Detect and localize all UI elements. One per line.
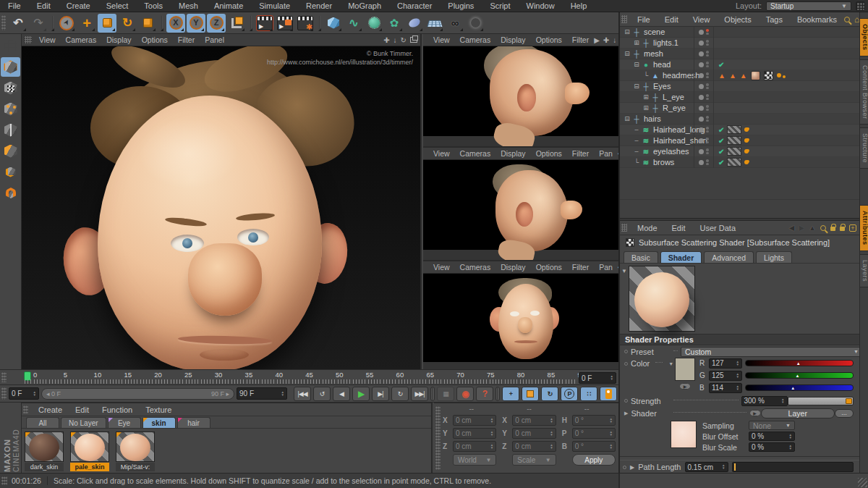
search-icon[interactable] — [820, 225, 826, 231]
viewport-menu-item[interactable]: Options — [531, 261, 567, 274]
viewport-canvas[interactable] — [423, 274, 618, 372]
tool-lock-y[interactable]: Y — [187, 14, 205, 33]
transport-key-position[interactable]: + — [502, 387, 519, 401]
menu-item[interactable]: File — [0, 0, 29, 12]
channel-value-field[interactable]: 125▲▼ — [709, 371, 742, 381]
visibility-toggles[interactable] — [694, 49, 714, 59]
visibility-toggles[interactable] — [694, 59, 714, 70]
tool-render-settings[interactable] — [296, 14, 315, 33]
expander-icon[interactable]: └ — [632, 159, 641, 166]
material-Mip/Sat-v:[interactable]: Mip/Sat-v: — [116, 432, 155, 471]
layer-tab-eye[interactable]: Eye — [108, 417, 141, 428]
panel-grip[interactable] — [1, 476, 7, 485]
menu-item[interactable]: Edit — [29, 0, 59, 12]
menu-item[interactable]: Mesh — [171, 0, 206, 12]
expander-icon[interactable]: ⊟ — [623, 28, 631, 35]
visibility-toggles[interactable] — [694, 38, 714, 49]
mode-edge[interactable] — [1, 120, 20, 140]
visibility-toggles[interactable] — [694, 114, 714, 125]
pan-icon[interactable]: ✚ — [383, 36, 389, 44]
tool-redo[interactable] — [29, 14, 48, 33]
object-row[interactable]: – Hairhead_short ✔ — [620, 135, 859, 146]
visibility-toggles[interactable] — [694, 125, 714, 135]
tool-scale-last[interactable] — [138, 14, 157, 33]
expand-icon[interactable]: ▶ — [630, 464, 634, 471]
menu-item[interactable]: Character — [389, 0, 440, 12]
object-row[interactable]: ⊟ scene — [620, 27, 859, 38]
expander-icon[interactable]: ⊟ — [632, 83, 641, 90]
object-tags[interactable] — [718, 49, 859, 59]
collapse-icon[interactable]: ▼ — [621, 268, 627, 274]
snap-magnet[interactable] — [1, 183, 20, 203]
visibility-toggles[interactable] — [694, 103, 714, 114]
interface-icon[interactable] — [856, 1, 865, 11]
transport-play-forwards[interactable]: ▶ — [352, 387, 370, 401]
visibility-toggles[interactable] — [694, 157, 714, 168]
viewport-menu-item[interactable]: Cameras — [455, 148, 496, 160]
viewport-menu-item[interactable]: Display — [495, 261, 530, 274]
transport-go-to-start[interactable]: |◀◀ — [294, 387, 311, 401]
viewport-canvas[interactable] — [423, 46, 618, 146]
material-menu-item[interactable]: Function — [95, 403, 139, 416]
panel-grip[interactable] — [621, 15, 627, 23]
transport-record-objects[interactable]: ◉ — [456, 387, 474, 401]
keyframe-dot-icon[interactable] — [624, 399, 628, 403]
tool-add-deformer[interactable] — [385, 14, 404, 33]
expander-icon[interactable]: ⊞ — [642, 104, 650, 112]
expander-icon[interactable]: – — [632, 126, 641, 133]
coord-system-select[interactable]: World▼ — [453, 454, 496, 466]
color-swatch[interactable] — [675, 358, 695, 381]
object-tags[interactable]: ✔ — [718, 125, 859, 135]
layer-tab-hair[interactable]: hair — [177, 417, 210, 428]
am-menu-item[interactable]: Mode — [630, 221, 665, 235]
vtab-structure[interactable]: Structure — [860, 127, 868, 169]
object-row[interactable]: ⊞ R_eye — [620, 103, 859, 114]
transport-go-to-end[interactable]: ▶▶| — [411, 387, 428, 401]
tab-advanced[interactable]: Advanced — [704, 251, 754, 263]
frame-start-field[interactable]: 0 F▲▼ — [9, 387, 39, 400]
viewport-menu-item[interactable]: Panel — [200, 34, 229, 46]
om-menu-item[interactable]: File — [630, 12, 658, 27]
path-length-field[interactable]: 0.15 cm▲▼ — [685, 462, 728, 472]
viewport-menu-item[interactable]: Options — [531, 34, 567, 46]
transport-next-frame[interactable]: ▶| — [372, 387, 389, 401]
spinner-icon[interactable]: ▲▼ — [610, 375, 613, 381]
channel-slider[interactable]: ▲ — [745, 360, 854, 366]
mode-axis[interactable] — [1, 162, 20, 182]
layer-tab-all[interactable]: All — [26, 417, 59, 428]
object-row[interactable]: └ brows ✔ — [620, 157, 859, 168]
panel-grip[interactable] — [25, 36, 32, 43]
lock-icon[interactable] — [840, 227, 845, 231]
viewport-menu-item[interactable]: Pan — [594, 261, 618, 274]
coord-field[interactable]: 0 cm▲▼ — [453, 441, 496, 452]
viewport-canvas[interactable] — [423, 160, 618, 260]
panel-grip[interactable] — [1, 372, 7, 382]
panel-grip[interactable] — [23, 405, 28, 413]
object-row[interactable]: – eyelashes ✔ — [620, 146, 859, 157]
viewport-menu-item[interactable]: Options — [137, 34, 173, 46]
apply-button[interactable]: Apply — [572, 454, 616, 466]
object-tags[interactable]: ✔ — [718, 146, 859, 157]
coord-field[interactable]: 0 cm▲▼ — [512, 415, 556, 426]
object-tags[interactable]: ✔ — [718, 157, 859, 168]
history-back-icon[interactable]: ◀ — [789, 224, 795, 232]
viewport-menu-item[interactable]: Display — [495, 34, 530, 46]
menu-item[interactable]: Help — [563, 0, 595, 12]
viewport-menu-item[interactable]: View — [428, 34, 455, 46]
menu-item[interactable]: Tools — [136, 0, 171, 12]
menu-item[interactable]: Animate — [206, 0, 251, 12]
tab-basic[interactable]: Basic — [624, 251, 658, 263]
vtab-layers[interactable]: Layers — [860, 254, 868, 287]
coord-field[interactable]: 0 cm▲▼ — [512, 441, 556, 452]
search-icon[interactable] — [844, 17, 850, 22]
material-thumbnail[interactable] — [25, 432, 64, 462]
transport-keying-help[interactable]: ? — [476, 387, 493, 401]
om-menu-item[interactable]: Edit — [658, 12, 686, 27]
tab-shader[interactable]: Shader — [660, 251, 702, 263]
viewport-menu-item[interactable]: Filter — [567, 261, 594, 274]
mode-model[interactable] — [1, 57, 20, 77]
viewport-menu-item[interactable]: View — [34, 34, 61, 46]
transport-autokeying[interactable] — [600, 387, 617, 401]
menu-item[interactable]: Create — [59, 0, 98, 12]
expander-icon[interactable]: – — [632, 137, 641, 144]
